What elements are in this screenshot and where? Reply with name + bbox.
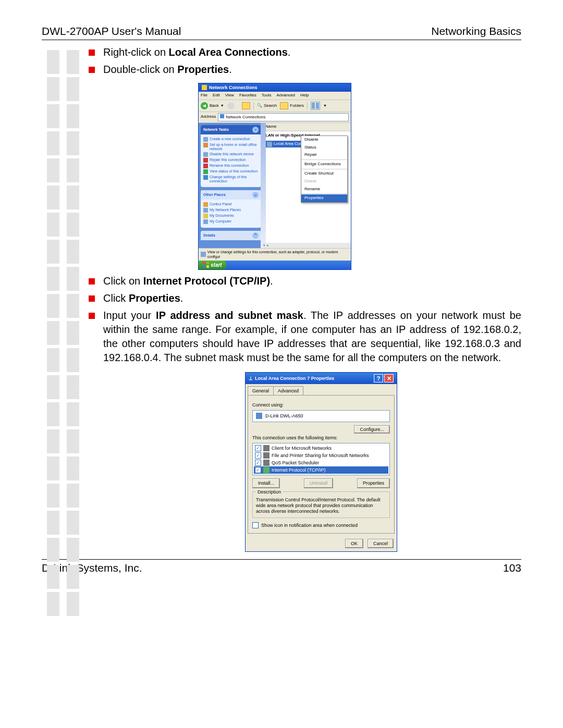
description-legend: Description bbox=[256, 489, 283, 495]
checkbox-icon[interactable]: ✓ bbox=[255, 467, 261, 473]
ctx-rename[interactable]: Rename bbox=[301, 186, 347, 193]
link-my-computer[interactable]: My Computer bbox=[203, 219, 259, 224]
windows-logo-icon bbox=[203, 262, 209, 268]
checkbox-icon[interactable]: ✓ bbox=[255, 452, 261, 459]
menu-favorites[interactable]: Favorites bbox=[239, 93, 256, 98]
show-icon-checkbox-row[interactable]: ✓ Show icon in notification area when co… bbox=[252, 522, 390, 528]
ok-button[interactable]: OK bbox=[345, 539, 363, 548]
task-change-settings[interactable]: Change settings of this connection bbox=[203, 175, 259, 183]
ctx-disable[interactable]: Disable bbox=[301, 136, 347, 144]
configure-button[interactable]: Configure... bbox=[354, 425, 390, 434]
network-tasks-label: Network Tasks bbox=[203, 127, 229, 132]
task-repair-connection[interactable]: Repair this connection bbox=[203, 158, 259, 163]
install-button[interactable]: Install... bbox=[252, 478, 280, 488]
bullet-icon bbox=[89, 67, 95, 73]
start-button[interactable]: start bbox=[199, 261, 226, 270]
ctx-properties[interactable]: Properties bbox=[301, 194, 347, 202]
address-field[interactable]: Network Connections bbox=[218, 113, 349, 121]
help-button[interactable]: ? bbox=[374, 374, 383, 382]
screenshot-network-connections: Network Connections File Edit View Favor… bbox=[198, 83, 351, 270]
menu-view[interactable]: View bbox=[225, 93, 234, 98]
forward-button[interactable] bbox=[227, 102, 235, 109]
task-setup-network[interactable]: Set up a home or small office network bbox=[203, 143, 259, 151]
computer-icon bbox=[203, 219, 208, 224]
menu-help[interactable]: Help bbox=[300, 93, 309, 98]
connection-icon bbox=[267, 142, 272, 147]
menu-advanced[interactable]: Advanced bbox=[276, 93, 295, 98]
folders-button[interactable]: Folders bbox=[280, 102, 304, 109]
ctx-bridge[interactable]: Bridge Connections bbox=[301, 161, 347, 168]
items-list: ✓Client for Microsoft Networks ✓File and… bbox=[252, 443, 390, 476]
checkbox-icon[interactable]: ✓ bbox=[252, 522, 259, 528]
taskbar: start bbox=[199, 261, 351, 270]
bullet-icon bbox=[89, 278, 95, 285]
bullet-2-post: . bbox=[229, 64, 232, 75]
home-icon bbox=[203, 143, 208, 147]
properties-button[interactable]: Properties bbox=[357, 478, 390, 488]
view-menu-button[interactable] bbox=[311, 102, 320, 110]
task-view-status[interactable]: View status of this connection bbox=[203, 169, 259, 174]
dialog-titlebar: ⊥Local Area Connection 7 Properties ? ✕ bbox=[246, 373, 397, 384]
item-tcpip[interactable]: ✓Internet Protocol (TCP/IP) bbox=[254, 466, 388, 474]
search-button[interactable]: 🔍Search bbox=[257, 103, 277, 109]
network-icon bbox=[203, 152, 208, 157]
menu-edit[interactable]: Edit bbox=[213, 93, 220, 98]
page-header: DWL-2700AP User's Manual Networking Basi… bbox=[42, 25, 521, 40]
details-header[interactable]: Details⌃ bbox=[201, 231, 261, 240]
show-icon-label: Show icon in notification area when conn… bbox=[261, 522, 358, 528]
item-client-ms[interactable]: ✓Client for Microsoft Networks bbox=[254, 445, 388, 452]
ctx-status[interactable]: Status bbox=[301, 144, 347, 152]
bullet-icon bbox=[89, 295, 95, 302]
tab-general[interactable]: General bbox=[248, 386, 274, 395]
settings-icon bbox=[203, 175, 208, 180]
header-right: Networking Basics bbox=[431, 25, 521, 38]
toolbar: ◄Back ▼ · 🔍Search Folders ▼ bbox=[199, 100, 351, 112]
up-folder-button[interactable] bbox=[242, 102, 250, 109]
item-file-printer[interactable]: ✓File and Printer Sharing for Microsoft … bbox=[254, 452, 388, 459]
scroll-left-icon[interactable]: ▾ ◂ bbox=[263, 243, 268, 248]
documents-icon bbox=[203, 214, 208, 218]
column-name-header[interactable]: Name bbox=[263, 123, 351, 131]
back-label: Back bbox=[210, 103, 219, 109]
tab-advanced[interactable]: Advanced bbox=[273, 386, 303, 395]
rename-icon bbox=[203, 164, 208, 168]
scroll-strip[interactable] bbox=[261, 123, 266, 248]
link-control-panel[interactable]: Control Panel bbox=[203, 202, 259, 207]
menu-tools[interactable]: Tools bbox=[262, 93, 272, 98]
task-disable-device[interactable]: Disable this network device bbox=[203, 152, 259, 157]
control-panel-icon bbox=[203, 202, 208, 207]
close-button[interactable]: ✕ bbox=[384, 374, 394, 382]
network-tasks-header[interactable]: Network Tasks⌄ bbox=[201, 125, 261, 134]
search-icon: 🔍 bbox=[257, 103, 262, 109]
back-button[interactable]: ◄Back ▼ bbox=[201, 102, 224, 109]
bullet-1-strong: Local Area Connections bbox=[169, 46, 288, 58]
dialog-tabs: General Advanced bbox=[246, 384, 397, 395]
link-my-documents[interactable]: My Documents bbox=[203, 214, 259, 218]
label-uses: This connection uses the following items… bbox=[252, 435, 390, 441]
collapse-icon: ⌄ bbox=[252, 127, 259, 133]
bullet-icon bbox=[89, 313, 95, 319]
task-rename-connection[interactable]: Rename this connection bbox=[203, 164, 259, 168]
bullet-3: Click on Internet Protocol (TCP/IP). bbox=[89, 274, 521, 288]
connections-list: Name LAN or High-Speed Internet Local Ar… bbox=[263, 123, 351, 248]
checkbox-icon[interactable]: ✓ bbox=[255, 460, 261, 466]
other-places-header[interactable]: Other Places⌄ bbox=[201, 190, 261, 200]
link-network-places[interactable]: My Network Places bbox=[203, 208, 259, 213]
menu-file[interactable]: File bbox=[201, 93, 207, 98]
ctx-shortcut[interactable]: Create Shortcut bbox=[301, 170, 347, 178]
checkbox-icon[interactable]: ✓ bbox=[255, 445, 261, 451]
item-qos[interactable]: ✓QoS Packet Scheduler bbox=[254, 459, 388, 466]
window-title: Network Connections bbox=[209, 84, 258, 91]
cancel-button[interactable]: Cancel bbox=[368, 539, 394, 548]
bullet-2-strong: Properties bbox=[177, 64, 229, 75]
bullet-1-pre: Right-click on bbox=[103, 46, 169, 58]
connection-item[interactable]: Local Area Con bbox=[265, 141, 304, 147]
ctx-repair[interactable]: Repair bbox=[301, 151, 347, 159]
address-value: Network Connections bbox=[226, 115, 265, 119]
task-create-connection[interactable]: Create a new connection bbox=[203, 137, 259, 142]
start-label: start bbox=[211, 262, 222, 269]
connection-icon: ⊥ bbox=[249, 376, 253, 381]
network-places-icon bbox=[203, 208, 208, 213]
screenshot-properties-dialog: ⊥Local Area Connection 7 Properties ? ✕ … bbox=[245, 372, 397, 552]
label-connect-using: Connect using: bbox=[252, 402, 390, 408]
